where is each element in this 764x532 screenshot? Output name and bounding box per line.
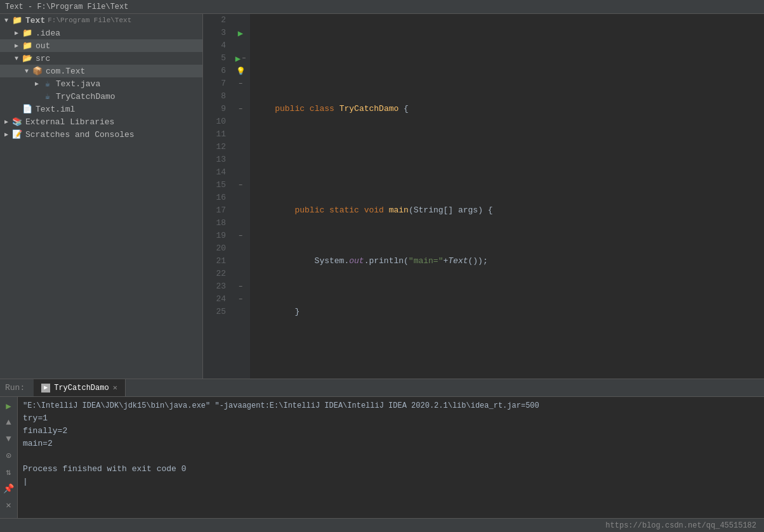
- run-arrow-icon: ▶: [238, 28, 243, 39]
- run-tab-icon: ▶: [41, 384, 50, 393]
- run-close-button[interactable]: ✕: [3, 498, 15, 511]
- fold-icon: −: [239, 233, 242, 240]
- code-area[interactable]: public class TryCatchDamo { public stati…: [250, 14, 764, 379]
- fold-icon: −: [239, 296, 242, 303]
- fold-icon: −: [239, 106, 242, 113]
- run-output: "E:\IntelliJ IDEA\JDK\jdk15\bin\java.exe…: [18, 397, 764, 518]
- main-area: ▼ 📁 Text F:\Program File\Text ▶ 📁 .idea …: [0, 14, 764, 379]
- run-command-line: "E:\IntelliJ IDEA\JDK\jdk15\bin\java.exe…: [23, 399, 759, 412]
- tab-trycatchdamo[interactable]: ▶ TryCatchDamo ✕: [34, 379, 126, 396]
- sidebar-item-trycatchdamo[interactable]: ▶ ☕ TryCatchDamo: [0, 90, 202, 103]
- gutter-cell-fold: −: [231, 230, 250, 242]
- folder-icon: 📁: [22, 28, 33, 38]
- editor: 2 3 4 5 6 7 8 9 10 11 12 13 14 15 16 17 …: [203, 14, 764, 379]
- scratches-label: Scratches and Consoles: [25, 130, 135, 139]
- arrow-icon: ▼: [3, 17, 10, 24]
- gutter-cell-run: ▶: [231, 27, 250, 39]
- arrow-icon: ▶: [13, 29, 20, 37]
- sidebar-item-root[interactable]: ▼ 📁 Text F:\Program File\Text: [0, 14, 202, 27]
- lightbulb-icon: 💡: [236, 67, 246, 76]
- com-text-label: com.Text: [46, 67, 85, 76]
- code-line-5: public static void main(String[] args) {: [255, 204, 759, 217]
- fold-icon: −: [239, 182, 242, 189]
- run-section-label: Run:: [0, 383, 34, 393]
- gutter-cell: [231, 191, 250, 204]
- status-bar: https://blog.csdn.net/qq_45515182: [0, 518, 764, 532]
- run-down-button[interactable]: ▼: [3, 432, 15, 445]
- code-line-6: System.out.println("main="+Text());: [255, 255, 759, 268]
- editor-content[interactable]: 2 3 4 5 6 7 8 9 10 11 12 13 14 15 16 17 …: [203, 14, 764, 379]
- bottom-panel: Run: ▶ TryCatchDamo ✕ ▶ ▲ ▼ ⊙ ⇅ 📌 ✕ "E:\…: [0, 379, 764, 518]
- run-sidebar: ▶ ▲ ▼ ⊙ ⇅ 📌 ✕: [0, 397, 18, 518]
- output-exit-line: Process finished with exit code 0: [23, 463, 759, 476]
- gutter-cell: [231, 128, 250, 141]
- gutter-cell: [231, 204, 250, 217]
- window-title: Text - F:\Program File\Text: [5, 3, 128, 11]
- line-numbers: 2 3 4 5 6 7 8 9 10 11 12 13 14 15 16 17 …: [203, 14, 231, 379]
- package-icon: 📦: [32, 66, 43, 76]
- output-line-2: finally=2: [23, 425, 759, 438]
- sidebar-item-com-text[interactable]: ▼ 📦 com.Text: [0, 65, 202, 77]
- gutter-cell: [231, 166, 250, 179]
- arrow-icon: ▶: [3, 118, 10, 126]
- gutter-cell-bulb: 💡: [231, 65, 250, 77]
- sidebar-item-src[interactable]: ▼ 📂 src: [0, 52, 202, 65]
- sidebar-item-out[interactable]: ▶ 📁 out: [0, 39, 202, 52]
- text-iml-label: Text.iml: [36, 105, 75, 114]
- scratches-icon: 📝: [11, 129, 23, 139]
- gutter-cell-run-fold: ▶ −: [231, 52, 250, 65]
- run-pin-button[interactable]: 📌: [3, 482, 15, 495]
- code-line-7: }: [255, 306, 759, 318]
- gutter-cell: [231, 306, 250, 318]
- run-colon-label: Run:: [5, 383, 25, 393]
- close-tab-icon[interactable]: ✕: [113, 383, 117, 393]
- run-arrow-icon: ▶: [235, 53, 240, 64]
- code-line-3: public class TryCatchDamo {: [255, 103, 759, 115]
- gutter-cell: [231, 39, 250, 52]
- run-play-button[interactable]: ▶: [3, 399, 15, 412]
- gutter-cell-fold: −: [231, 179, 250, 191]
- gutter-cell: [231, 115, 250, 128]
- iml-icon: 📄: [22, 104, 33, 114]
- gutter-cell: [231, 141, 250, 153]
- arrow-icon: ▼: [13, 55, 20, 62]
- arrow-icon: ▼: [23, 68, 30, 75]
- sidebar-item-text-iml[interactable]: ▶ 📄 Text.iml: [0, 103, 202, 115]
- sidebar-item-idea[interactable]: ▶ 📁 .idea: [0, 27, 202, 39]
- gutter-cell: [231, 14, 250, 27]
- run-sort-button[interactable]: ⇅: [3, 465, 15, 478]
- fold-icon: −: [239, 283, 242, 290]
- sidebar-item-text-java[interactable]: ▶ ☕ Text.java: [0, 77, 202, 90]
- ext-libs-icon: 📚: [11, 117, 23, 127]
- output-line-1: try=1: [23, 412, 759, 425]
- text-java-label: Text.java: [56, 79, 100, 89]
- root-path: F:\Program File\Text: [48, 16, 131, 24]
- gutter-cell-fold: −: [231, 77, 250, 90]
- output-line-3: main=2: [23, 438, 759, 450]
- run-camera-button[interactable]: ⊙: [3, 449, 15, 462]
- gutter-cell: [231, 268, 250, 280]
- tab-label: TryCatchDamo: [54, 384, 109, 393]
- gutter-cell: [231, 242, 250, 255]
- sidebar-item-ext-libs[interactable]: ▶ 📚 External Libraries: [0, 115, 202, 128]
- folder-icon: 📁: [11, 15, 23, 25]
- fold-icon: −: [242, 55, 246, 62]
- gutter-cell: [231, 90, 250, 103]
- output-cursor: |: [23, 476, 759, 488]
- ext-libs-label: External Libraries: [25, 117, 114, 127]
- gutter-cell-fold: −: [231, 280, 250, 293]
- sidebar-item-scratches[interactable]: ▶ 📝 Scratches and Consoles: [0, 128, 202, 141]
- java-icon: ☕: [42, 91, 53, 101]
- arrow-icon: ▶: [13, 42, 20, 49]
- trycatch-label: TryCatchDamo: [56, 92, 115, 101]
- code-line-2: [255, 52, 759, 65]
- bottom-tabs: Run: ▶ TryCatchDamo ✕: [0, 379, 764, 397]
- run-up-button[interactable]: ▲: [3, 416, 15, 429]
- status-url: https://blog.csdn.net/qq_45515182: [605, 521, 756, 530]
- fold-icon: −: [239, 81, 242, 88]
- idea-label: .idea: [36, 29, 60, 38]
- folder-icon: 📁: [22, 41, 33, 51]
- code-line-8: [255, 356, 759, 369]
- output-blank: [23, 450, 759, 463]
- gutter-cell-fold: −: [231, 293, 250, 306]
